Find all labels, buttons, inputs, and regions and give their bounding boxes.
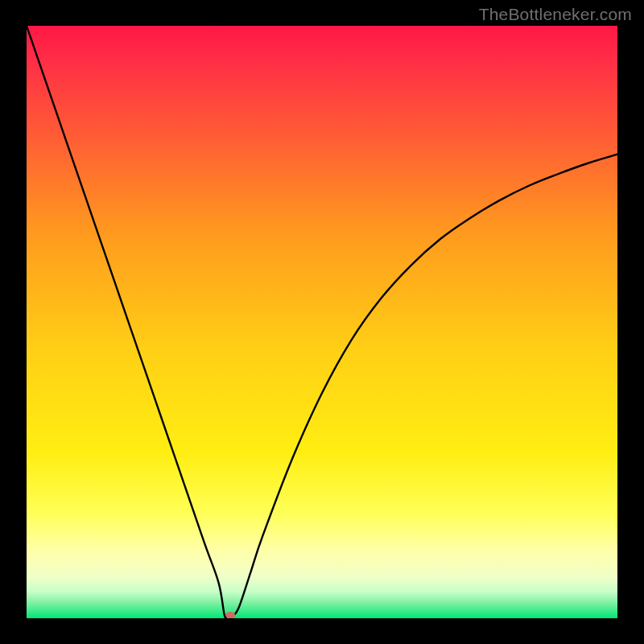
curve-layer bbox=[27, 26, 617, 618]
bottleneck-curve bbox=[27, 26, 617, 618]
watermark-text: TheBottleneker.com bbox=[479, 5, 632, 24]
chart-frame: TheBottleneker.com bbox=[0, 0, 644, 644]
minimum-marker bbox=[225, 612, 235, 618]
plot-area bbox=[27, 26, 617, 618]
